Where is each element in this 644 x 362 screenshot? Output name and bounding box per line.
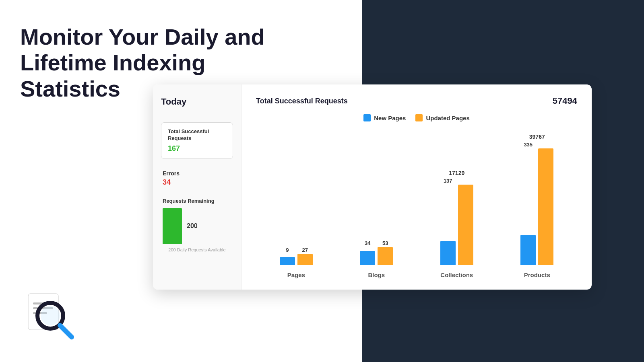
legend-updated-pages-label: Updated Pages [426, 115, 469, 121]
top-label-updated-products: 39767 [529, 134, 545, 140]
legend-dot-orange [415, 114, 423, 121]
legend-new-pages: New Pages [363, 114, 406, 121]
group-label-collections: Collections [440, 272, 473, 278]
errors-label: Errors [163, 170, 231, 177]
group-label-pages: Pages [287, 272, 305, 278]
bar-orange-blogs [378, 247, 393, 265]
chart-header: Total Successful Requests 57494 [256, 96, 577, 106]
top-label-updated-collections: 17129 [449, 170, 464, 176]
dashboard-main: Total Successful Requests 57494 New Page… [242, 84, 592, 290]
val-updated-collections [458, 178, 473, 184]
requests-remaining-label: Requests Remaining [163, 198, 231, 204]
val-new-collections: 137 [440, 178, 456, 184]
bar-orange-collections [458, 185, 473, 265]
requests-remaining-value: 200 [187, 222, 198, 230]
dashboard-card: Today Total Successful Requests 167 Erro… [153, 84, 592, 290]
requests-remaining-section: Requests Remaining 200 200 Daily Request… [161, 198, 233, 252]
total-successful-requests-card: Total Successful Requests 167 [161, 122, 233, 159]
val-new-blogs: 34 [360, 240, 375, 246]
chart-legend: New Pages Updated Pages [256, 114, 577, 121]
chart-title: Total Successful Requests [256, 97, 348, 105]
bars-blogs [360, 247, 393, 265]
bar-blue-collections [440, 241, 456, 265]
bars-products [520, 148, 553, 265]
val-updated-pages: 27 [297, 247, 313, 253]
values-row-blogs: 34 53 [360, 240, 393, 246]
daily-note: 200 Daily Requests Available [163, 247, 231, 252]
bars-collections [440, 185, 473, 265]
bar-orange-products [538, 148, 553, 265]
chart-total: 57494 [553, 96, 577, 106]
legend-dot-blue [363, 114, 371, 121]
val-updated-blogs: 53 [378, 240, 393, 246]
bars-pages [280, 254, 313, 265]
values-row-collections: 137 [440, 178, 473, 184]
values-row-pages: 9 27 [280, 247, 313, 253]
val-updated-products [538, 142, 553, 148]
svg-point-6 [41, 306, 60, 325]
bar-group-blogs: 34 53 Blogs [360, 240, 393, 278]
bar-blue-blogs [360, 251, 375, 265]
bar-group-collections: 17129 137 Collections [440, 170, 473, 278]
requests-bar-container: 200 [163, 208, 231, 244]
magnify-icon [24, 290, 76, 342]
bar-blue-pages [280, 257, 295, 265]
bar-blue-products [520, 235, 536, 265]
dashboard-sidebar: Today Total Successful Requests 167 Erro… [153, 84, 242, 290]
group-label-blogs: Blogs [368, 272, 385, 278]
today-label: Today [161, 97, 233, 107]
legend-updated-pages: Updated Pages [415, 114, 469, 121]
bar-group-pages: 9 27 Pages [280, 247, 313, 278]
val-new-pages: 9 [280, 247, 295, 253]
total-requests-value: 167 [168, 144, 226, 153]
bar-chart: 9 27 Pages 34 53 Blogs 17129 137 [256, 134, 577, 278]
requests-remaining-bar [163, 208, 182, 244]
bar-group-products: 39767 335 Products [520, 134, 553, 278]
legend-new-pages-label: New Pages [374, 115, 406, 121]
bar-orange-pages [297, 254, 313, 265]
total-requests-label: Total Successful Requests [168, 128, 226, 142]
errors-section: Errors 34 [161, 170, 233, 187]
group-label-products: Products [524, 272, 550, 278]
svg-line-7 [60, 325, 72, 337]
val-new-products: 335 [520, 142, 536, 148]
errors-value: 34 [163, 178, 231, 187]
values-row-products: 335 [520, 142, 553, 148]
